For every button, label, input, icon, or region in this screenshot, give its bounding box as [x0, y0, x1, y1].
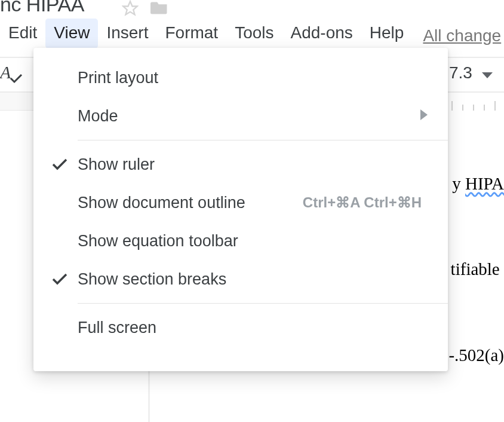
check-icon: [51, 273, 78, 286]
document-title[interactable]: nc HIPAA: [0, 0, 84, 16]
spellcheck-icon[interactable]: A: [0, 63, 24, 89]
menu-label: Show equation toolbar: [78, 232, 448, 250]
menu-help[interactable]: Help: [361, 19, 413, 48]
menu-view[interactable]: View: [45, 19, 98, 48]
menu-addons[interactable]: Add-ons: [282, 19, 361, 48]
menu-label: Show section breaks: [78, 270, 448, 289]
menu-label: Show ruler: [78, 155, 448, 174]
menu-format[interactable]: Format: [156, 19, 226, 48]
menu-full-screen[interactable]: Full screen: [33, 308, 448, 347]
submenu-arrow-icon: [420, 109, 448, 123]
menu-edit[interactable]: Edit: [0, 19, 45, 48]
menu-show-section-breaks[interactable]: Show section breaks: [33, 260, 448, 298]
menu-label: Print layout: [78, 69, 448, 87]
view-dropdown: Print layout Mode Show ruler Show docume…: [33, 48, 448, 371]
all-changes-link[interactable]: All change: [423, 22, 501, 45]
svg-marker-3: [420, 109, 428, 120]
check-icon: [51, 158, 78, 171]
menu-mode[interactable]: Mode: [33, 97, 448, 135]
menu-tools[interactable]: Tools: [226, 19, 282, 48]
svg-marker-2: [482, 72, 493, 78]
menu-insert[interactable]: Insert: [98, 19, 156, 48]
star-icon[interactable]: [122, 0, 139, 19]
menu-shortcut: Ctrl+⌘A Ctrl+⌘H: [303, 194, 448, 211]
ruler-ticks: [449, 96, 504, 111]
menu-show-outline[interactable]: Show document outline Ctrl+⌘A Ctrl+⌘H: [33, 184, 448, 222]
menubar: Edit View Insert Format Tools Add-ons He…: [0, 19, 501, 48]
menu-show-ruler[interactable]: Show ruler: [33, 145, 448, 184]
body-text-hipaa: HIPA: [465, 174, 504, 193]
menu-label: Full screen: [78, 319, 448, 337]
menu-label: Mode: [78, 107, 420, 126]
caret-down-icon: [482, 63, 493, 82]
menu-separator: [78, 303, 448, 304]
svg-text:A: A: [0, 63, 11, 82]
menu-label: Show document outline: [78, 194, 303, 212]
menu-show-equation-toolbar[interactable]: Show equation toolbar: [33, 222, 448, 260]
menu-print-layout[interactable]: Print layout: [33, 59, 448, 97]
font-size-selector[interactable]: 7.3: [449, 63, 493, 82]
font-size-value: 7.3: [449, 63, 472, 82]
body-text: y: [452, 174, 465, 193]
menu-separator: [78, 140, 448, 140]
svg-marker-0: [123, 1, 137, 14]
folder-icon[interactable]: [150, 0, 168, 17]
